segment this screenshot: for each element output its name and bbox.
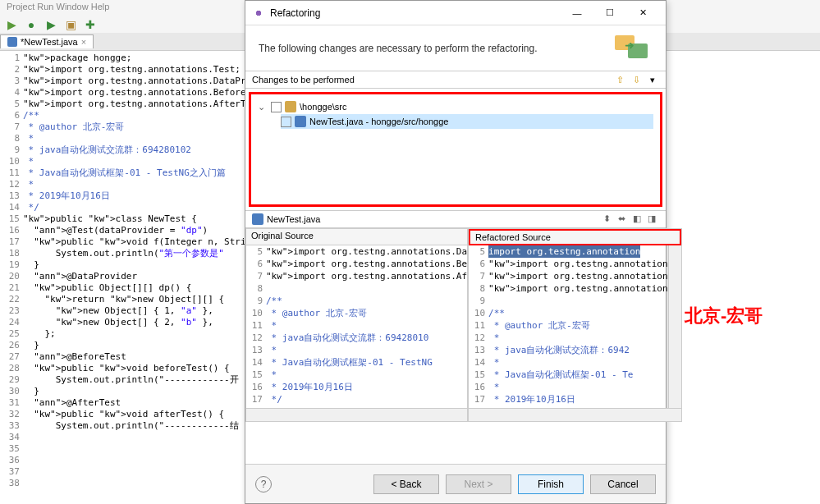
compare-area: Original Source 567891011121314151617181… xyxy=(245,228,666,422)
prev-change-button[interactable]: ⇧ xyxy=(613,73,626,86)
java-file-icon xyxy=(7,37,17,47)
tree-node-package[interactable]: ⌄ \hongge\src xyxy=(258,99,653,114)
tab-close-icon[interactable]: × xyxy=(81,37,86,47)
changes-label: Changes to be performed xyxy=(252,75,613,85)
tree-node-file[interactable]: NewTest.java - hongge/src/hongge xyxy=(281,114,653,129)
compare-icon4[interactable]: ◨ xyxy=(648,213,659,225)
changes-header: Changes to be performed ⇧ ⇩ ▾ xyxy=(245,71,666,89)
run2-icon[interactable]: ▶ xyxy=(43,16,59,33)
top-menu-partial: Project Run Window Help xyxy=(0,0,116,15)
next-change-button[interactable]: ⇩ xyxy=(630,73,643,86)
editor-tab[interactable]: *NewTest.java × xyxy=(0,34,94,48)
tab-label: *NewTest.java xyxy=(21,37,78,47)
watermark-text: 北京-宏哥 xyxy=(685,304,763,328)
refactor-icon: ➜ xyxy=(613,34,653,63)
dialog-title: Refactoring xyxy=(270,7,561,19)
original-header: Original Source xyxy=(246,229,467,245)
original-code[interactable]: 5678910111213141516171819 "kw">import or… xyxy=(246,245,467,408)
run-icon[interactable]: ● xyxy=(23,16,39,33)
dialog-message: The following changes are necessary to p… xyxy=(259,43,613,54)
cancel-button[interactable]: Cancel xyxy=(590,474,656,494)
next-button: Next > xyxy=(446,474,511,494)
dialog-titlebar[interactable]: Refactoring — ☐ ✕ xyxy=(245,1,666,25)
debug-icon[interactable]: ▶ xyxy=(3,16,20,33)
scrollbar-h[interactable] xyxy=(469,408,681,421)
toolbar: ▶ ● ▶ ▣ ✚ xyxy=(2,15,100,34)
line-gutter: 1234567891011121314151617181920212223242… xyxy=(0,51,23,504)
checkbox[interactable] xyxy=(271,102,282,112)
eclipse-icon xyxy=(252,7,265,20)
compare-icon2[interactable]: ⬌ xyxy=(618,213,630,225)
close-button[interactable]: ✕ xyxy=(626,2,659,25)
finish-button[interactable]: Finish xyxy=(518,474,584,494)
right-editor-panel: 北京-宏哥 xyxy=(667,51,820,504)
original-pane: Original Source 567891011121314151617181… xyxy=(245,228,468,422)
new-icon[interactable]: ✚ xyxy=(82,16,98,33)
refactoring-dialog: Refactoring — ☐ ✕ The following changes … xyxy=(245,0,667,504)
dialog-header: The following changes are necessary to p… xyxy=(245,25,666,71)
refactored-header: Refactored Source xyxy=(469,229,681,245)
scrollbar-v[interactable] xyxy=(668,245,681,408)
tree-label: NewTest.java - hongge/src/hongge xyxy=(309,117,448,126)
compare-file-header: NewTest.java ⬍ ⬌ ◧ ◨ xyxy=(245,210,666,228)
code-content[interactable]: "kw">package hongge;"kw">import org.test… xyxy=(23,51,245,504)
compare-icon3[interactable]: ◧ xyxy=(633,213,644,225)
editor-area[interactable]: 1234567891011121314151617181920212223242… xyxy=(0,51,245,504)
compare-icon1[interactable]: ⬍ xyxy=(603,213,615,225)
java-file-icon xyxy=(295,116,306,127)
package-icon[interactable]: ▣ xyxy=(62,16,79,33)
scrollbar-h[interactable] xyxy=(246,408,467,421)
changes-tree[interactable]: ⌄ \hongge\src NewTest.java - hongge/src/… xyxy=(249,92,662,207)
help-button[interactable]: ? xyxy=(255,476,272,493)
expand-icon[interactable]: ⌄ xyxy=(258,102,268,112)
filter-button[interactable]: ▾ xyxy=(646,73,659,86)
file-name: NewTest.java xyxy=(267,214,320,224)
refactored-pane: Refactored Source 5678910111213141516171… xyxy=(468,228,682,422)
dialog-footer: ? < Back Next > Finish Cancel xyxy=(245,464,666,503)
maximize-button[interactable]: ☐ xyxy=(593,2,626,25)
package-icon xyxy=(285,101,296,112)
tree-label: \hongge\src xyxy=(300,102,346,112)
minimize-button[interactable]: — xyxy=(561,2,593,25)
refactored-code[interactable]: 5678910111213141516171819 import org.tes… xyxy=(469,245,681,408)
checkbox[interactable] xyxy=(281,117,291,127)
java-file-icon xyxy=(252,213,263,225)
back-button[interactable]: < Back xyxy=(373,474,439,494)
